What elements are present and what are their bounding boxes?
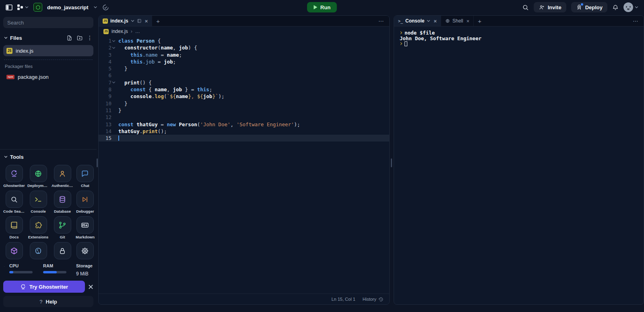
- resources-expand-chevron-icon[interactable]: [4, 265, 4, 269]
- help-button[interactable]: ? Help: [3, 296, 93, 307]
- line-number[interactable]: 2: [99, 44, 117, 51]
- code-line-11[interactable]: 11}: [99, 107, 389, 114]
- code-line-2[interactable]: 2 constructor(name, job) {: [99, 44, 389, 51]
- code-line-3[interactable]: 3 this.name = name;: [99, 51, 389, 58]
- try-ghostwriter-button[interactable]: Try Ghostwriter: [3, 281, 85, 293]
- console-options-icon[interactable]: ⋯: [628, 16, 644, 26]
- file-search-input[interactable]: Search: [3, 17, 93, 28]
- new-tab-button[interactable]: +: [474, 16, 485, 26]
- notifications-bell-icon[interactable]: [612, 4, 619, 11]
- dismiss-cta-icon[interactable]: [88, 284, 93, 289]
- line-number[interactable]: 15: [99, 135, 117, 142]
- line-number[interactable]: 7: [99, 79, 117, 86]
- code-line-7[interactable]: 7 print() {: [99, 79, 389, 86]
- fold-chevron-icon[interactable]: [112, 45, 116, 50]
- editor-tab-indexjs[interactable]: JS index.js ×: [99, 16, 152, 26]
- tool-code-search[interactable]: Code Search: [3, 191, 25, 213]
- code-line-8[interactable]: 8 const { name, job } = this;: [99, 86, 389, 93]
- line-number[interactable]: 9: [99, 93, 117, 100]
- line-number[interactable]: 10: [99, 100, 117, 107]
- project-name[interactable]: demo_javascript: [47, 4, 89, 10]
- tool-chat[interactable]: Chat: [76, 165, 94, 188]
- code-editor[interactable]: 1class Person {2 constructor(name, job) …: [99, 36, 389, 294]
- code-line-13[interactable]: 13const thatGuy = new Person('John Doe',…: [99, 121, 389, 128]
- files-menu-kebab-icon[interactable]: ⋮: [87, 35, 93, 41]
- tool-debugger[interactable]: Debugger: [76, 191, 94, 213]
- tab-shell[interactable]: Shell ×: [441, 16, 474, 26]
- search-icon[interactable]: [522, 4, 529, 11]
- repl-status-icon[interactable]: [102, 4, 109, 11]
- tool-extensions[interactable]: Extensions: [28, 216, 49, 239]
- tool-postgres[interactable]: [30, 242, 47, 259]
- code-line-9[interactable]: 9 console.log(`${name}, ${job}`);: [99, 93, 389, 100]
- tab-chevron-icon[interactable]: [131, 20, 134, 22]
- tool-docs[interactable]: Docs: [6, 216, 23, 239]
- project-chevron-icon[interactable]: [93, 6, 97, 8]
- tool-authenticati[interactable]: Authenticati…: [52, 165, 73, 188]
- close-tab-icon[interactable]: ×: [433, 18, 437, 24]
- console-line-2: John Doe, Software Engineer: [400, 36, 638, 41]
- history-label: History: [363, 297, 376, 302]
- new-tab-button[interactable]: +: [152, 16, 164, 26]
- file-item-packagejson[interactable]: npm package.json: [3, 71, 93, 82]
- invite-button[interactable]: Invite: [534, 2, 566, 12]
- tool-ghostwriter[interactable]: Ghostwriter: [3, 165, 25, 188]
- sidebar-toggle-icon[interactable]: [6, 4, 12, 10]
- line-number[interactable]: 8: [99, 86, 117, 93]
- file-item-indexjs[interactable]: JS index.js: [3, 45, 93, 56]
- editor-options-icon[interactable]: ⋯: [374, 16, 389, 26]
- code-line-6[interactable]: 6: [99, 72, 389, 79]
- repls-menu-button[interactable]: [17, 4, 29, 10]
- tool-database[interactable]: Database: [54, 191, 71, 213]
- cursor-position[interactable]: Ln 15, Col 1: [331, 297, 355, 302]
- prompt-icon: [399, 31, 402, 34]
- close-tab-icon[interactable]: ×: [145, 18, 148, 24]
- code-line-10[interactable]: 10 }: [99, 100, 389, 107]
- line-number[interactable]: 14: [99, 128, 117, 135]
- tab-console[interactable]: >_ Console ×: [394, 16, 441, 26]
- text-cursor: [118, 135, 119, 141]
- tool-markdown[interactable]: Markdown: [76, 216, 95, 239]
- line-number[interactable]: 3: [99, 51, 117, 58]
- line-number[interactable]: 4: [99, 58, 117, 65]
- run-button[interactable]: Run: [307, 2, 337, 12]
- code-line-1[interactable]: 1class Person {: [99, 37, 389, 44]
- fold-chevron-icon[interactable]: [112, 39, 116, 43]
- code-line-15[interactable]: 15: [99, 135, 389, 142]
- console-output[interactable]: node $fileJohn Doe, Software Engineer: [394, 27, 644, 304]
- tool-cube[interactable]: [6, 242, 23, 259]
- chevron-down-icon[interactable]: [4, 156, 8, 158]
- account-menu[interactable]: [623, 2, 638, 12]
- history-button[interactable]: History: [363, 297, 384, 302]
- line-number[interactable]: 12: [99, 114, 117, 121]
- new-folder-icon[interactable]: [76, 35, 83, 41]
- pane-resize-handle[interactable]: [97, 158, 98, 167]
- new-file-icon[interactable]: [66, 35, 72, 41]
- code-line-5[interactable]: 5 }: [99, 65, 389, 72]
- line-number[interactable]: 6: [99, 72, 117, 79]
- packager-files-label: Packager files: [5, 64, 92, 69]
- pane-resize-handle[interactable]: [391, 158, 392, 167]
- tab-chevron-icon[interactable]: [427, 20, 430, 22]
- breadcrumb-symbol[interactable]: …: [135, 29, 140, 34]
- chevron-down-icon[interactable]: [4, 37, 8, 39]
- tool-gear[interactable]: [76, 242, 94, 259]
- tool-deployments[interactable]: Deployments: [27, 165, 49, 188]
- question-icon: ?: [39, 299, 42, 305]
- line-number[interactable]: 1: [99, 37, 117, 44]
- help-label: Help: [46, 299, 57, 305]
- breadcrumb-file[interactable]: index.js: [111, 29, 128, 34]
- close-tab-icon[interactable]: ×: [466, 18, 470, 24]
- line-number[interactable]: 13: [99, 121, 117, 128]
- tool-console[interactable]: Console: [30, 191, 47, 213]
- open-pane-icon[interactable]: [137, 18, 142, 23]
- tool-lock[interactable]: [54, 242, 71, 259]
- deploy-button[interactable]: Deploy: [571, 2, 607, 12]
- tool-git[interactable]: Git: [54, 216, 71, 239]
- line-number[interactable]: 5: [99, 65, 117, 72]
- line-number[interactable]: 11: [99, 107, 117, 114]
- code-line-14[interactable]: 14thatGuy.print();: [99, 128, 389, 135]
- fold-chevron-icon[interactable]: [112, 80, 116, 85]
- code-line-4[interactable]: 4 this.job = job;: [99, 58, 389, 65]
- code-line-12[interactable]: 12: [99, 114, 389, 121]
